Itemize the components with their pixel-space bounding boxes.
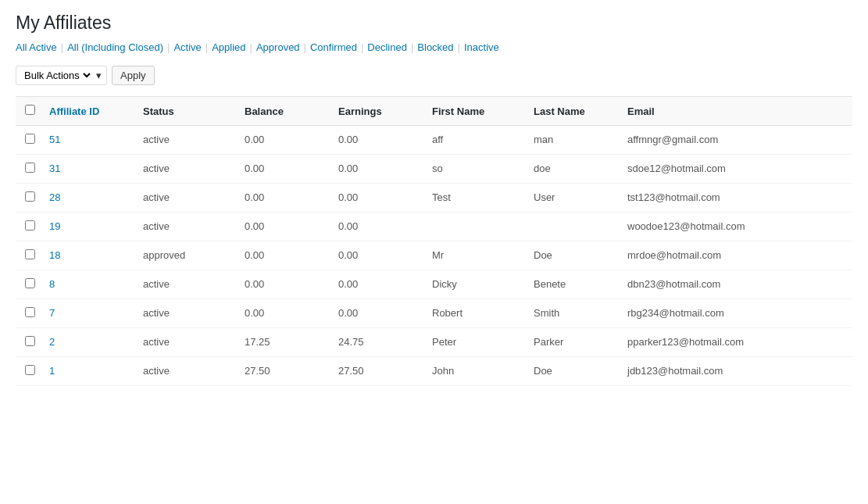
row-checkbox-2[interactable] [25,336,35,346]
cell-balance: 0.00 [235,213,329,241]
cell-affiliate-id: 19 [40,213,134,241]
cell-last-name: Parker [524,328,618,357]
filter-sep-2: | [205,41,208,53]
affiliate-id-link-19[interactable]: 19 [49,220,60,232]
affiliate-id-link-8[interactable]: 8 [49,278,55,290]
cell-earnings: 0.00 [329,299,423,328]
filter-declined[interactable]: Declined [367,41,407,53]
row-checkbox-31[interactable] [25,163,35,173]
affiliate-id-link-2[interactable]: 2 [49,336,55,348]
filter-blocked[interactable]: Blocked [417,41,453,53]
cell-balance: 0.00 [235,155,329,184]
cell-affiliate-id: 31 [40,155,134,184]
affiliate-id-link-31[interactable]: 31 [49,163,60,174]
filter-sep-5: | [361,41,363,53]
cell-last-name: man [524,126,618,155]
affiliate-id-link-1[interactable]: 1 [49,365,55,377]
filter-active[interactable]: Active [173,41,201,53]
row-checkbox-cell [16,184,40,213]
affiliate-id-sort-link[interactable]: Affiliate ID [49,105,99,117]
row-checkbox-cell [16,299,40,328]
cell-affiliate-id: 28 [40,184,134,213]
cell-earnings: 0.00 [329,155,423,184]
cell-last-name: Doe [524,241,618,270]
cell-first-name: Dicky [423,270,524,299]
cell-status: active [134,328,235,357]
bulk-actions-select[interactable]: Bulk Actions [21,69,93,82]
cell-email: jdb123@hotmail.com [618,357,852,386]
affiliate-id-link-51[interactable]: 51 [49,134,60,145]
cell-balance: 0.00 [235,270,329,299]
row-checkbox-28[interactable] [25,191,35,202]
col-earnings: Earnings [329,97,423,126]
cell-email: tst123@hotmail.com [618,184,852,213]
row-checkbox-cell [16,328,40,357]
table-row: 8active0.000.00DickyBenetedbn23@hotmail.… [16,270,852,299]
filter-approved[interactable]: Approved [256,41,300,53]
col-email: Email [618,97,852,126]
row-checkbox-cell [16,126,40,155]
cell-first-name: so [423,155,524,184]
cell-earnings: 24.75 [329,328,423,357]
row-checkbox-cell [16,213,40,241]
cell-email: dbn23@hotmail.com [618,270,852,299]
cell-last-name: Doe [524,357,618,386]
select-all-checkbox[interactable] [25,105,35,115]
cell-status: active [134,155,235,184]
cell-first-name: aff [423,126,524,155]
cell-balance: 0.00 [235,299,329,328]
filter-inactive[interactable]: Inactive [464,41,499,53]
affiliates-table: Affiliate ID Status Balance Earnings Fir… [16,96,852,386]
cell-status: active [134,126,235,155]
table-header-row: Affiliate ID Status Balance Earnings Fir… [16,97,852,126]
filter-sep-0: | [61,41,63,53]
cell-email: mrdoe@hotmail.com [618,241,852,270]
cell-last-name: Smith [524,299,618,328]
filter-sep-6: | [411,41,413,53]
cell-earnings: 0.00 [329,184,423,213]
table-row: 7active0.000.00RobertSmithrbg234@hotmail… [16,299,852,328]
filter-confirmed[interactable]: Confirmed [310,41,357,53]
cell-balance: 27.50 [235,357,329,386]
cell-status: active [134,213,235,241]
row-checkbox-1[interactable] [25,365,35,375]
cell-email: affmngr@gmail.com [618,126,852,155]
row-checkbox-18[interactable] [25,249,35,259]
filter-all-active[interactable]: All Active [16,41,57,53]
row-checkbox-8[interactable] [25,278,35,288]
cell-email: woodoe123@hotmail.com [618,213,852,241]
bulk-actions-dropdown[interactable]: Bulk Actions ▾ [16,66,107,85]
cell-status: approved [134,241,235,270]
col-status: Status [134,97,235,126]
select-all-header[interactable] [16,97,40,126]
filter-applied[interactable]: Applied [212,41,245,53]
cell-earnings: 0.00 [329,213,423,241]
cell-first-name: Mr [423,241,524,270]
row-checkbox-19[interactable] [25,220,35,231]
row-checkbox-51[interactable] [25,134,35,144]
cell-email: sdoe12@hotmail.com [618,155,852,184]
apply-button[interactable]: Apply [112,66,155,85]
cell-status: active [134,270,235,299]
cell-earnings: 27.50 [329,357,423,386]
filter-all-including-closed[interactable]: All (Including Closed) [67,41,163,53]
table-row: 51active0.000.00affmanaffmngr@gmail.com [16,126,852,155]
row-checkbox-cell [16,357,40,386]
cell-balance: 17.25 [235,328,329,357]
row-checkbox-7[interactable] [25,307,35,317]
cell-last-name: doe [524,155,618,184]
cell-affiliate-id: 8 [40,270,134,299]
col-balance: Balance [235,97,329,126]
affiliate-id-link-18[interactable]: 18 [49,249,60,261]
affiliate-id-link-7[interactable]: 7 [49,307,55,319]
page-wrapper: My Affiliates All Active|All (Including … [0,0,868,504]
affiliate-id-link-28[interactable]: 28 [49,191,60,203]
filter-nav: All Active|All (Including Closed)|Active… [16,41,852,53]
dropdown-arrow-icon: ▾ [96,70,102,81]
cell-earnings: 0.00 [329,241,423,270]
cell-balance: 0.00 [235,126,329,155]
col-last-name: Last Name [524,97,618,126]
cell-email: pparker123@hotmail.com [618,328,852,357]
page-title: My Affiliates [16,13,852,34]
cell-status: active [134,357,235,386]
